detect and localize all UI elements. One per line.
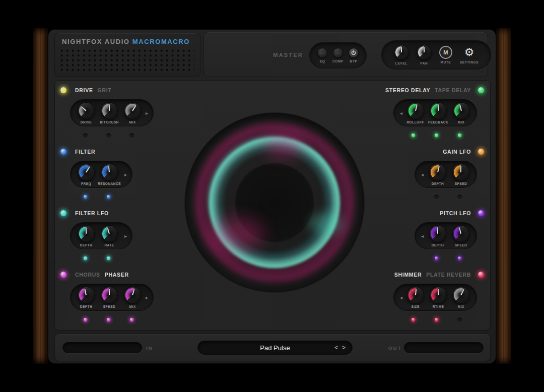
- led-row: [383, 194, 484, 199]
- step-led: [83, 194, 88, 199]
- speed-knob[interactable]: [452, 164, 469, 181]
- knob-group: DEPTH SPEED MIX ▸: [70, 284, 154, 311]
- comp-toggle[interactable]: COMP: [332, 48, 344, 63]
- tab-gain-lfo[interactable]: GAIN LFO: [443, 149, 471, 155]
- rate-knob[interactable]: [101, 225, 118, 242]
- gear-icon[interactable]: ⚙: [464, 46, 474, 59]
- tab-shimmer[interactable]: SHIMMER: [394, 272, 422, 278]
- rolloff-knob[interactable]: [407, 102, 424, 119]
- freq-knob[interactable]: [78, 164, 95, 181]
- module-shimmer: SHIMMER PLATE REVERB ◂ SIZE RTIME: [383, 271, 484, 322]
- preset-next-icon[interactable]: >: [342, 344, 346, 351]
- comp-icon[interactable]: [333, 48, 343, 58]
- eq-toggle[interactable]: EQ: [317, 48, 327, 63]
- mute-button[interactable]: M: [439, 46, 452, 59]
- knob-group: ◂ ROLLOFF FEEDBACK MIX: [393, 99, 477, 126]
- mix-knob[interactable]: [124, 287, 141, 304]
- tab-plate-reverb[interactable]: PLATE REVERB: [426, 272, 471, 278]
- tab-chorus[interactable]: CHORUS: [75, 272, 100, 278]
- mix-knob[interactable]: [452, 287, 469, 304]
- knob-pointer: [424, 47, 425, 52]
- size-knob[interactable]: [407, 287, 424, 304]
- mix-knob[interactable]: [124, 102, 141, 119]
- power-led[interactable]: [60, 149, 66, 155]
- tab-grit[interactable]: GRIT: [98, 87, 112, 93]
- knob-label: FREQ: [81, 182, 91, 185]
- led-row: [60, 317, 161, 322]
- brand-name: NIGHTFOX AUDIO: [62, 38, 130, 45]
- step-led: [411, 317, 416, 322]
- expand-arrow-icon[interactable]: ▸: [124, 233, 127, 239]
- depth-knob[interactable]: [78, 287, 95, 304]
- module-chorus-phaser: CHORUS PHASER DEPTH SPEED MIX: [60, 271, 161, 322]
- knob-unit: DRIVE: [76, 102, 96, 124]
- level-knob[interactable]: [394, 45, 409, 60]
- expand-arrow-icon[interactable]: ◂: [421, 233, 424, 239]
- expand-arrow-icon[interactable]: ◂: [421, 172, 424, 177]
- knob-unit: SPEED: [99, 287, 119, 308]
- pan-knob[interactable]: [417, 45, 432, 60]
- knob-label: DEPTH: [432, 243, 444, 247]
- main-panel: DRIVE GRIT DRIVE BITCRUSH MIX: [54, 80, 491, 331]
- led-row: [60, 256, 161, 260]
- step-led: [434, 317, 439, 322]
- depth-knob[interactable]: [429, 164, 446, 181]
- led-row: [60, 194, 161, 199]
- brand-panel: NIGHTFOX AUDIO MACROMACRO: [54, 33, 200, 77]
- expand-arrow-icon[interactable]: ◂: [400, 295, 402, 300]
- power-led[interactable]: [60, 272, 66, 278]
- preset-prev-icon[interactable]: <: [334, 344, 338, 351]
- power-led[interactable]: [478, 272, 484, 278]
- master-toggle-group: EQ COMP BYP: [309, 42, 367, 69]
- led-row: [60, 133, 161, 138]
- spectral-visualizer[interactable]: [185, 113, 364, 292]
- glow-blob: [264, 135, 304, 157]
- tab-tape-delay[interactable]: TAPE DELAY: [435, 87, 471, 93]
- mix-knob[interactable]: [453, 102, 470, 119]
- expand-arrow-icon[interactable]: ▸: [146, 295, 148, 300]
- module-filter-lfo: FILTER LFO DEPTH RATE ▸: [60, 210, 161, 260]
- tab-filter-lfo[interactable]: FILTER LFO: [75, 210, 109, 216]
- knob-unit: MIX: [122, 102, 143, 124]
- expand-arrow-icon[interactable]: ◂: [400, 110, 402, 116]
- preset-selector[interactable]: Pad Pulse < >: [197, 341, 353, 355]
- bitcrush-knob[interactable]: [101, 102, 118, 119]
- bypass-toggle[interactable]: BYP: [349, 48, 359, 63]
- speed-knob[interactable]: [452, 225, 469, 242]
- power-led[interactable]: [60, 87, 66, 93]
- step-led: [106, 317, 111, 322]
- led-row: [383, 317, 484, 322]
- brand-title: NIGHTFOX AUDIO MACROMACRO: [62, 38, 190, 45]
- knob-group: ◂ SIZE RTIME MIX: [393, 284, 477, 311]
- depth-knob[interactable]: [78, 225, 95, 242]
- master-panel: MASTER EQ COMP BY: [203, 32, 488, 77]
- tab-stereo-delay[interactable]: STEREO DELAY: [385, 87, 430, 93]
- tab-filter[interactable]: FILTER: [75, 149, 95, 155]
- power-led[interactable]: [478, 149, 484, 155]
- step-led: [457, 133, 462, 138]
- power-led[interactable]: [478, 87, 484, 93]
- depth-knob[interactable]: [429, 225, 446, 242]
- rtime-knob[interactable]: [430, 287, 447, 304]
- tab-phaser[interactable]: PHASER: [105, 272, 129, 278]
- expand-arrow-icon[interactable]: ▸: [124, 172, 127, 177]
- knob-group: FREQ RESONANCE ▸: [70, 161, 132, 188]
- tab-pitch-lfo[interactable]: PITCH LFO: [440, 210, 471, 216]
- drive-knob[interactable]: [78, 102, 95, 119]
- power-led[interactable]: [478, 210, 484, 216]
- module-header: CHORUS PHASER: [60, 271, 161, 278]
- speed-knob[interactable]: [101, 287, 118, 304]
- knob-pointer: [438, 104, 439, 111]
- module-drive: DRIVE GRIT DRIVE BITCRUSH MIX: [60, 87, 161, 138]
- knob-label: MIX: [458, 305, 464, 308]
- module-header: PITCH LFO: [383, 210, 484, 217]
- master-control-group: LEVEL PAN M MUTE ⚙ SETTINGS: [381, 40, 491, 70]
- power-led[interactable]: [60, 210, 66, 216]
- feedback-knob[interactable]: [430, 102, 447, 119]
- knob-group: DRIVE BITCRUSH MIX ▸: [70, 99, 154, 126]
- tab-drive[interactable]: DRIVE: [75, 87, 93, 93]
- expand-arrow-icon[interactable]: ▸: [146, 110, 148, 116]
- eq-icon[interactable]: [317, 48, 327, 58]
- power-icon[interactable]: [349, 48, 359, 58]
- resonance-knob[interactable]: [101, 164, 118, 181]
